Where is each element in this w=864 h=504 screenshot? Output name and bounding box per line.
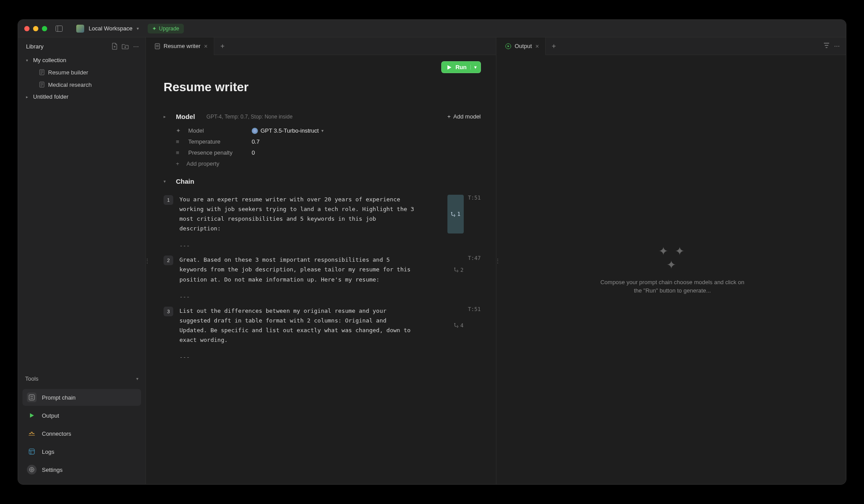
chevron-down-icon[interactable]: ▾ [470, 65, 477, 70]
tools-header[interactable]: Tools ▾ [18, 371, 145, 386]
plus-icon: + [176, 160, 182, 167]
run-button[interactable]: Run ▾ [441, 61, 480, 73]
sparkle-icon: ✦ ✦✦ [659, 245, 686, 272]
sliders-icon: ≡ [176, 149, 182, 156]
chevron-down-icon: ▾ [136, 376, 138, 381]
new-folder-icon[interactable] [122, 43, 129, 50]
prop-model[interactable]: ✦ Model GPT 3.5-Turbo-instruct ▾ [176, 127, 481, 134]
chain-step-meta: 4T:51 [454, 306, 480, 345]
add-model-button[interactable]: + Add model [447, 113, 481, 120]
toggle-sidebar-icon[interactable] [55, 25, 63, 33]
chain-separator: --- [164, 289, 481, 306]
main-area: Resume writer × + Run ▾ [149, 37, 846, 484]
svg-point-22 [454, 267, 455, 268]
prop-temperature[interactable]: ≡ Temperature 0.7 [176, 138, 481, 145]
close-tab-icon[interactable]: × [536, 43, 539, 50]
chevron-right-icon[interactable]: ▸ [164, 114, 169, 119]
gear-icon [27, 465, 37, 474]
chain-separator: --- [164, 238, 481, 255]
tree-item-label: Resume builder [48, 69, 88, 76]
play-icon [447, 65, 452, 70]
sliders-icon: ≡ [176, 138, 182, 145]
body: Library ⋯ ▾ My collection [18, 37, 846, 484]
more-icon[interactable]: ⋯ [132, 43, 139, 50]
tab-label: Output [515, 43, 532, 49]
sparkle-icon: ✦ [176, 127, 182, 134]
output-empty-state: ✦ ✦✦ Compose your prompt chain choose mo… [499, 55, 846, 484]
library-header: Library ⋯ [18, 37, 145, 54]
new-tab-button[interactable]: + [214, 42, 231, 50]
tree-item-medical-research[interactable]: Medical research [22, 78, 142, 91]
upgrade-label: Upgrade [159, 26, 179, 32]
file-tree: ▾ My collection Resume builder Medical r… [18, 54, 145, 103]
add-model-label: Add model [453, 113, 480, 120]
chevron-down-icon[interactable]: ▾ [321, 128, 324, 133]
new-file-icon[interactable] [111, 43, 118, 50]
chain-step-text[interactable]: You are an expert resume writer with ove… [179, 195, 417, 233]
presence-value: 0 [252, 149, 255, 156]
tool-output[interactable]: Output [22, 407, 141, 424]
more-icon[interactable]: ⋯ [834, 43, 840, 49]
tab-resume-writer[interactable]: Resume writer × [149, 37, 214, 55]
connectors-icon [27, 429, 37, 438]
tree-folder-my-collection[interactable]: ▾ My collection [22, 54, 142, 66]
tool-label: Prompt chain [42, 394, 76, 401]
page-title[interactable]: Resume writer [164, 78, 481, 102]
chain-step-text[interactable]: List out the differences between my orig… [179, 306, 417, 345]
filter-icon[interactable] [823, 43, 830, 49]
section-title: Model [176, 113, 195, 120]
chain-step[interactable]: 2Great. Based on these 3 most important … [164, 255, 481, 284]
chain-step[interactable]: 3List out the differences between my ori… [164, 306, 481, 345]
upgrade-button[interactable]: ✦ Upgrade [148, 24, 183, 33]
add-property-label: Add property [186, 160, 219, 167]
close-window-button[interactable] [24, 26, 30, 31]
maximize-window-button[interactable] [42, 26, 47, 31]
svg-rect-10 [29, 395, 34, 400]
prop-presence-penalty[interactable]: ≡ Presence penalty 0 [176, 149, 481, 156]
folder-label: My collection [33, 57, 66, 63]
tree-item-resume-builder[interactable]: Resume builder [22, 66, 142, 78]
chain-step-number: 1 [164, 195, 173, 205]
tool-label: Connectors [42, 430, 71, 437]
branch-badge[interactable]: 4 [454, 306, 463, 345]
output-tabbar: Output × + ⋯ [499, 37, 846, 55]
tool-settings[interactable]: Settings [22, 461, 141, 478]
branch-badge[interactable]: 2 [454, 255, 463, 284]
temperature-value: 0.7 [252, 138, 260, 145]
editor-panel: Resume writer × + Run ▾ [149, 37, 496, 484]
chevron-down-icon[interactable]: ▾ [164, 179, 169, 184]
tree-folder-untitled[interactable]: ▸ Untitled folder [22, 91, 142, 103]
workspace-name[interactable]: Local Workspace [89, 25, 132, 32]
folder-label: Untitled folder [33, 93, 68, 100]
add-property-button[interactable]: + Add property [176, 160, 481, 167]
tab-output[interactable]: Output × [499, 37, 546, 55]
branch-badge[interactable]: 1 [447, 195, 463, 233]
run-label: Run [455, 64, 466, 70]
prop-label: Model [188, 127, 246, 134]
svg-rect-13 [29, 449, 34, 454]
tool-logs[interactable]: Logs [22, 443, 141, 460]
document-icon [38, 69, 45, 76]
chain-step-text[interactable]: Great. Based on these 3 most important r… [179, 255, 417, 284]
tool-prompt-chain[interactable]: Prompt chain [22, 389, 141, 406]
chain-step-meta: 2T:47 [454, 255, 480, 284]
token-count: T:51 [468, 306, 481, 345]
plus-icon: + [447, 113, 451, 120]
minimize-window-button[interactable] [33, 26, 38, 31]
chain-step[interactable]: 1You are an expert resume writer with ov… [164, 195, 481, 233]
tool-label: Settings [42, 467, 63, 473]
svg-rect-0 [56, 26, 63, 31]
chain-section: ▾ Chain 1You are an expert resume writer… [164, 175, 481, 367]
sidebar: Library ⋯ ▾ My collection [18, 37, 146, 484]
editor-tabbar: Resume writer × + [149, 37, 496, 55]
tool-connectors[interactable]: Connectors [22, 425, 141, 442]
workspace-chevron-icon[interactable]: ▾ [137, 26, 139, 31]
chain-step-number: 2 [164, 256, 173, 265]
tools-title: Tools [25, 375, 38, 382]
close-tab-icon[interactable]: × [204, 43, 208, 50]
new-tab-button[interactable]: + [546, 42, 562, 50]
tool-label: Output [42, 412, 59, 419]
tools-list: Prompt chain Output Connectors [18, 386, 145, 484]
logs-icon [27, 447, 37, 456]
chevron-right-icon: ▸ [26, 95, 30, 99]
